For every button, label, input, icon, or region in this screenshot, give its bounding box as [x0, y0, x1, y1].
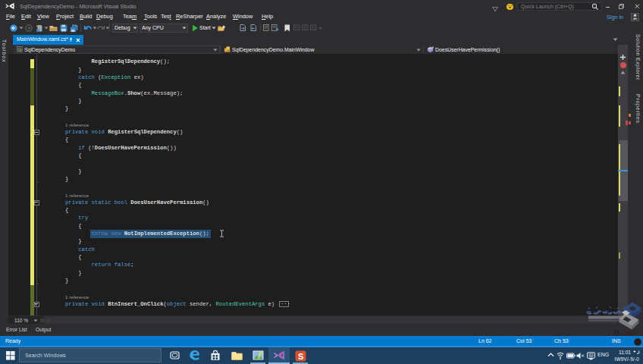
svg-text:S: S — [298, 351, 303, 360]
